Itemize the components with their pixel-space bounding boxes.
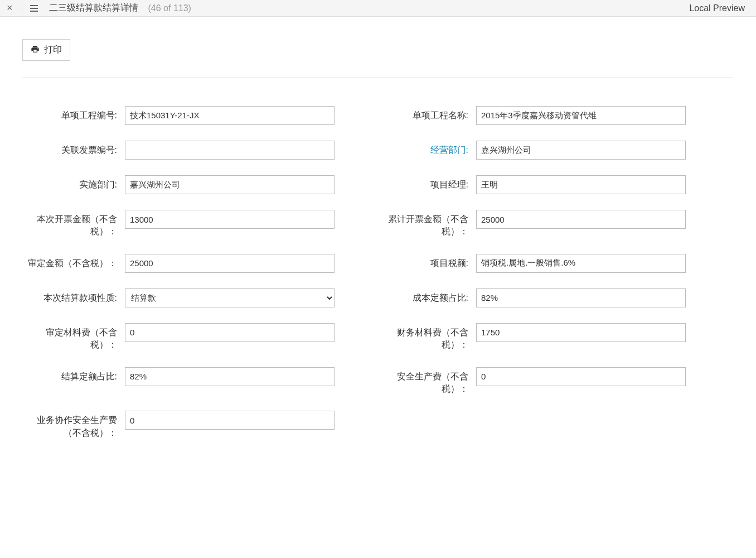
- row-coop-safety-fee: 业务协作安全生产费（不含税）：: [28, 411, 335, 439]
- close-icon[interactable]: ×: [4, 2, 15, 14]
- print-button[interactable]: 打印: [22, 39, 70, 61]
- input-invoice-ref[interactable]: [125, 141, 335, 160]
- input-project-name[interactable]: [476, 106, 686, 125]
- select-settle-nature[interactable]: 结算款: [125, 288, 335, 307]
- input-this-invoice-amt[interactable]: [125, 210, 335, 229]
- row-finance-material: 财务材料费（不含税）：: [379, 323, 686, 352]
- form-grid: 单项工程编号: 单项工程名称: 关联发票编号: 经营部门: 实施部门: 项目经理…: [22, 106, 691, 439]
- row-cost-quota-ratio: 成本定额占比:: [379, 288, 686, 307]
- print-button-label: 打印: [44, 44, 62, 56]
- row-cum-invoice-amt: 累计开票金额（不含税）：: [379, 210, 686, 238]
- divider: [22, 2, 22, 15]
- outline-icon[interactable]: [29, 4, 39, 13]
- empty-cell: [379, 411, 686, 439]
- top-bar: × 二三级结算款结算详情 (46 of 113) Local Preview: [0, 0, 756, 17]
- label-approved-amt: 审定金额（不含税）：: [28, 254, 117, 270]
- input-approved-amt[interactable]: [125, 254, 335, 273]
- row-impl-dept: 实施部门:: [28, 175, 335, 194]
- label-safety-fee: 安全生产费（不含税）：: [379, 367, 468, 396]
- label-project-code: 单项工程编号:: [28, 106, 117, 122]
- label-this-invoice-amt: 本次开票金额（不含税）：: [28, 210, 117, 238]
- print-icon: [31, 45, 40, 56]
- page-title: 二三级结算款结算详情: [49, 2, 138, 14]
- label-cum-invoice-amt: 累计开票金额（不含税）：: [379, 210, 468, 238]
- input-finance-material[interactable]: [476, 323, 686, 342]
- label-finance-material: 财务材料费（不含税）：: [379, 323, 468, 352]
- input-settle-quota-ratio[interactable]: [125, 367, 335, 386]
- row-settle-nature: 本次结算款项性质: 结算款: [28, 288, 335, 307]
- input-project-tax[interactable]: [476, 254, 686, 273]
- input-coop-safety-fee[interactable]: [125, 411, 335, 430]
- row-approved-material: 审定材料费（不含税）：: [28, 323, 335, 352]
- top-bar-left: × 二三级结算款结算详情 (46 of 113): [4, 2, 191, 15]
- record-counter: (46 of 113): [148, 3, 191, 13]
- label-project-tax: 项目税额:: [379, 254, 468, 270]
- label-settle-quota-ratio: 结算定额占比:: [28, 367, 117, 383]
- input-pm[interactable]: [476, 175, 686, 194]
- row-this-invoice-amt: 本次开票金额（不含税）：: [28, 210, 335, 238]
- row-project-tax: 项目税额:: [379, 254, 686, 273]
- label-approved-material: 审定材料费（不含税）：: [28, 323, 117, 352]
- label-pm: 项目经理:: [379, 175, 468, 191]
- label-settle-nature: 本次结算款项性质:: [28, 288, 117, 304]
- input-cost-quota-ratio[interactable]: [476, 288, 686, 307]
- input-business-dept[interactable]: [476, 141, 686, 160]
- preview-label: Local Preview: [689, 3, 752, 13]
- row-invoice-ref: 关联发票编号:: [28, 141, 335, 160]
- row-settle-quota-ratio: 结算定额占比:: [28, 367, 335, 396]
- row-project-name: 单项工程名称:: [379, 106, 686, 125]
- input-approved-material[interactable]: [125, 323, 335, 342]
- input-safety-fee[interactable]: [476, 367, 686, 386]
- label-coop-safety-fee: 业务协作安全生产费（不含税）：: [28, 411, 117, 439]
- label-cost-quota-ratio: 成本定额占比:: [379, 288, 468, 304]
- input-impl-dept[interactable]: [125, 175, 335, 194]
- label-business-dept[interactable]: 经营部门:: [379, 141, 468, 156]
- row-approved-amt: 审定金额（不含税）：: [28, 254, 335, 273]
- page-container: 打印 单项工程编号: 单项工程名称: 关联发票编号: 经营部门: 实施部门: 项…: [0, 17, 756, 461]
- row-project-code: 单项工程编号:: [28, 106, 335, 125]
- row-business-dept: 经营部门:: [379, 141, 686, 160]
- row-pm: 项目经理:: [379, 175, 686, 194]
- input-cum-invoice-amt[interactable]: [476, 210, 686, 229]
- label-impl-dept: 实施部门:: [28, 175, 117, 191]
- label-invoice-ref: 关联发票编号:: [28, 141, 117, 156]
- separator: [22, 78, 734, 78]
- row-safety-fee: 安全生产费（不含税）：: [379, 367, 686, 396]
- input-project-code[interactable]: [125, 106, 335, 125]
- label-project-name: 单项工程名称:: [379, 106, 468, 122]
